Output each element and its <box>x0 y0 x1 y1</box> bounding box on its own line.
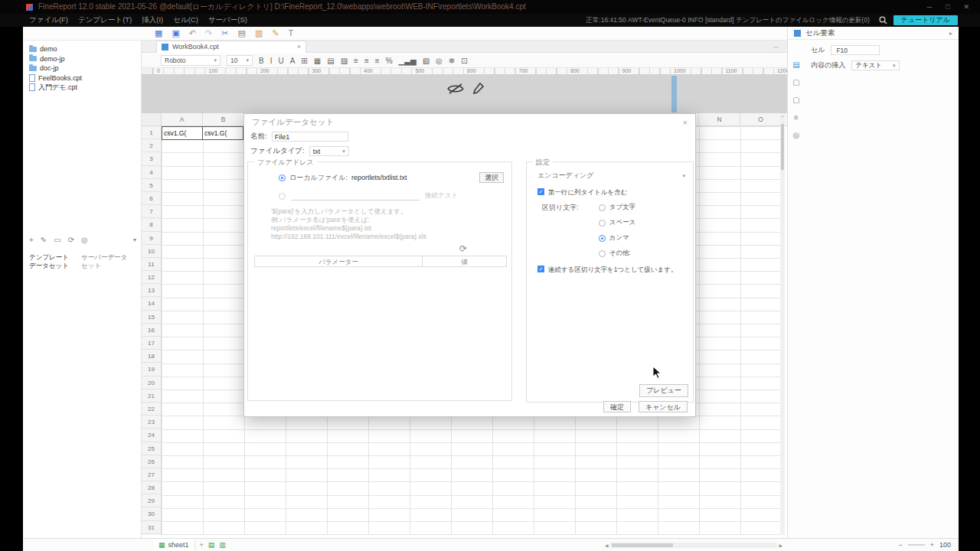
merge-delimiter-checkbox[interactable]: ✓ <box>537 266 544 272</box>
dataset-tab[interactable]: サーバーデータセット <box>81 253 127 270</box>
url-input[interactable] <box>291 192 420 201</box>
font-family-select[interactable]: Roboto ▾ <box>161 55 220 66</box>
row-header[interactable]: 26 <box>142 455 161 468</box>
underline-button[interactable]: U <box>278 57 283 65</box>
row-header[interactable]: 13 <box>142 284 161 297</box>
link-element-icon[interactable]: ◎ <box>791 129 802 140</box>
url-radio[interactable] <box>279 193 286 200</box>
text-element-icon[interactable]: ▤ <box>791 59 802 70</box>
delimiter-option[interactable]: スペース <box>599 218 636 227</box>
select-all-corner[interactable] <box>142 113 162 126</box>
text-color-button[interactable]: A <box>290 57 296 65</box>
paste-icon[interactable]: ▥ <box>255 29 263 37</box>
collapse-toolbar-icon[interactable]: ︿ <box>773 42 779 51</box>
row-header[interactable]: 15 <box>142 311 161 324</box>
cancel-button[interactable]: キャンセル <box>639 401 688 412</box>
row-header[interactable]: 17 <box>142 337 161 350</box>
row-header[interactable]: 31 <box>142 521 161 534</box>
menu-item[interactable]: ファイル(F) <box>29 15 68 25</box>
menu-item[interactable]: 挿入(I) <box>142 15 163 25</box>
row-header[interactable]: 3 <box>142 152 161 165</box>
chart-element-icon[interactable]: ▢ <box>791 94 802 105</box>
tree-item[interactable]: FeelBooks.cpt <box>29 73 141 83</box>
scroll-right-icon[interactable]: ▶ <box>779 543 782 548</box>
row-header[interactable]: 24 <box>142 429 161 442</box>
scroll-up-icon[interactable]: ⌃ <box>780 115 785 121</box>
save-icon[interactable]: ▣ <box>172 29 179 37</box>
vertical-scrollbar-thumb[interactable] <box>781 124 784 170</box>
row-header[interactable]: 20 <box>142 377 161 390</box>
eye-off-icon[interactable] <box>446 83 465 98</box>
column-header[interactable]: O <box>740 113 782 126</box>
row-header[interactable]: 22 <box>142 403 161 416</box>
menu-item[interactable]: サーバー(S) <box>208 15 247 25</box>
template-tab[interactable]: WorkBook4.cpt × <box>156 41 306 53</box>
align-left-button[interactable]: ≡ <box>354 57 358 65</box>
hyperlink-button[interactable]: ◎ <box>436 57 443 65</box>
copy-icon[interactable]: ▤ <box>237 29 245 37</box>
tab-close-icon[interactable]: × <box>297 43 301 51</box>
template-web-settings-icon[interactable]: ▦ <box>155 29 162 37</box>
dataset-name-input[interactable] <box>272 132 348 142</box>
row-header[interactable]: 19 <box>142 363 161 376</box>
delete-dataset-icon[interactable]: ▭ <box>54 236 60 244</box>
file-type-select[interactable]: txt ▾ <box>309 146 349 156</box>
cell-element-header[interactable]: セル要素 ▸ <box>788 27 959 40</box>
delimiter-option[interactable]: タブ文字 <box>599 203 636 212</box>
dashed-border-button[interactable]: ▦ <box>314 57 321 65</box>
format-painter-icon[interactable]: ✎ <box>272 29 279 37</box>
refresh-dataset-icon[interactable]: ⟳ <box>68 236 74 244</box>
add-dataset-icon[interactable]: + <box>29 236 34 244</box>
column-header[interactable]: N <box>699 113 740 126</box>
radio-icon[interactable] <box>599 220 606 227</box>
column-header[interactable]: B <box>203 113 244 126</box>
zoom-slider[interactable] <box>908 544 925 546</box>
image-insert-button[interactable]: ▧ <box>423 57 430 65</box>
row-header[interactable]: 10 <box>142 245 161 258</box>
tree-item[interactable]: demo-jp <box>29 54 141 64</box>
font-size-select[interactable]: 10 ▾ <box>227 55 253 66</box>
horizontal-scrollbar[interactable]: ◀ ▶ <box>605 542 782 549</box>
border-pen-button[interactable]: ⊡ <box>461 57 467 65</box>
zoom-out-button[interactable]: − <box>898 541 902 549</box>
horizontal-scroll-thumb[interactable] <box>612 543 673 547</box>
redo-icon[interactable]: ↷ <box>205 29 212 37</box>
test-connection-label[interactable]: 接続テスト <box>425 191 458 201</box>
close-button[interactable]: ✕ <box>963 3 969 11</box>
row-header[interactable]: 14 <box>142 297 161 310</box>
row-header[interactable]: 7 <box>142 205 161 218</box>
refresh-params-icon[interactable]: ⟳ <box>459 243 467 254</box>
ok-button[interactable]: 確定 <box>603 401 631 412</box>
horizontal-scroll-track[interactable] <box>610 543 778 548</box>
row-header[interactable]: 16 <box>142 324 161 337</box>
border-select-button[interactable]: ⊞ <box>301 57 307 65</box>
edit-dataset-icon[interactable]: ✎ <box>41 236 47 244</box>
column-header[interactable]: A <box>162 113 203 126</box>
search-icon[interactable] <box>879 16 887 24</box>
tree-item[interactable]: demo <box>29 44 141 54</box>
row-header[interactable]: 1 <box>142 126 161 139</box>
bold-button[interactable]: B <box>259 57 264 65</box>
collapse-dataset-icon[interactable]: ▾ <box>133 236 136 243</box>
tutorial-button[interactable]: チュートリアル <box>893 15 958 25</box>
dataset-tab[interactable]: テンプレートデータセット <box>29 253 69 270</box>
menu-item[interactable]: セル(C) <box>173 15 198 25</box>
radio-icon[interactable] <box>599 204 606 211</box>
row-header[interactable]: 4 <box>142 166 161 179</box>
row-header[interactable]: 25 <box>142 442 161 455</box>
pagination-preview-icon[interactable]: ▤ <box>208 542 215 549</box>
row-header[interactable]: 21 <box>142 390 161 403</box>
dialog-close-icon[interactable]: × <box>683 118 688 127</box>
add-sheet-button[interactable]: + <box>200 542 204 549</box>
cut-icon[interactable]: ✂ <box>221 29 228 37</box>
choose-file-button[interactable]: 選択 <box>479 172 504 183</box>
row-header[interactable]: 28 <box>142 481 161 494</box>
delimiter-option[interactable]: その他: <box>599 249 636 258</box>
insert-content-select[interactable]: テキスト ▾ <box>851 60 899 70</box>
page-setup-icon[interactable]: ▥ <box>219 542 226 549</box>
maximize-button[interactable]: □ <box>946 3 949 11</box>
percent-button[interactable]: % <box>386 57 393 65</box>
scroll-position-marker[interactable] <box>671 76 677 112</box>
encoding-select[interactable]: エンコーディング ▾ <box>537 171 685 181</box>
row-header[interactable]: 9 <box>142 232 161 245</box>
